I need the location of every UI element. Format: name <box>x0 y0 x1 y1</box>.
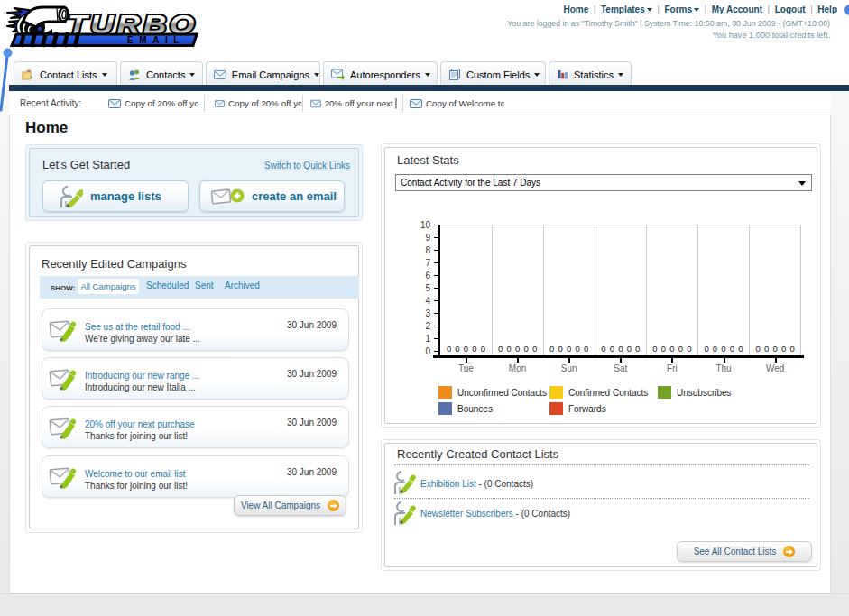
svg-text:EMAIL: EMAIL <box>127 34 185 45</box>
